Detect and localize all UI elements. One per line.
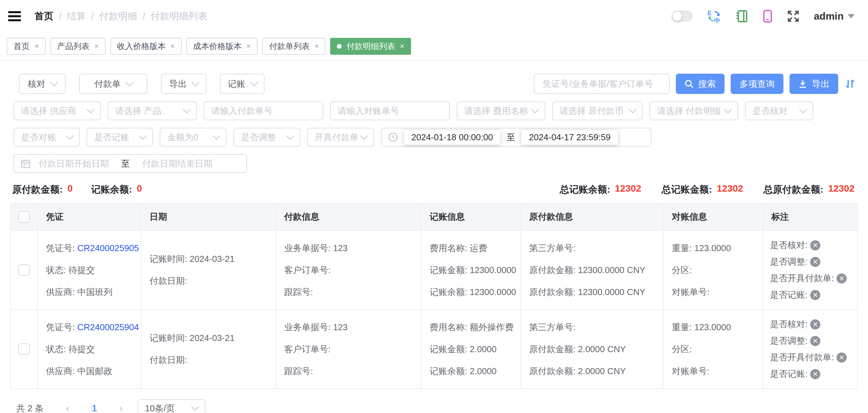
is-booked-select[interactable]: 是否记账	[87, 128, 153, 147]
fee-name-select[interactable]: 请选择 费用名称	[457, 101, 545, 120]
total-count: 共 2 条	[16, 403, 44, 413]
breadcrumb-payment-detail[interactable]: 付款明细	[99, 10, 137, 23]
user-menu[interactable]: admin	[814, 10, 854, 22]
close-icon[interactable]: ×	[400, 43, 404, 50]
tab-payment-detail-list[interactable]: 付款明细列表×	[330, 38, 411, 55]
table-row: 凭证号: CR2400025905 状态: 待提交 供应商: 中国班列 记账时间…	[11, 231, 857, 310]
chevron-down-icon	[213, 132, 221, 140]
svg-text:E: E	[707, 10, 711, 17]
action-buttons: 核对 付款单 导出 记账	[19, 74, 265, 94]
prev-page-button[interactable]: ‹	[66, 403, 69, 413]
tab-cost-price-version[interactable]: 成本价格版本×	[186, 38, 258, 55]
col-reconciliation-info: 对账信息	[664, 203, 763, 230]
datetime-range-picker[interactable]: 2024-01-18 00:00:00 至 2024-04-17 23:59:5…	[381, 128, 652, 147]
check-dropdown-button[interactable]: 核对	[19, 74, 66, 94]
product-select[interactable]: 请选择 产品	[108, 101, 197, 120]
payment-order-no-input[interactable]: 请输入付款单号	[204, 101, 323, 120]
payment-date-range-picker[interactable]: 付款日期开始日期 至 付款日期结束日期	[14, 154, 247, 173]
chevron-down-icon	[126, 79, 134, 87]
supplier-select[interactable]: 请选择 供应商	[14, 101, 101, 120]
payment-detail-select[interactable]: 请选择 付款明细	[649, 101, 738, 120]
remark-cell: 是否核对:✕ 是否调整:✕ 是否开具付款单:✕ 是否记账:✕	[763, 310, 857, 388]
payment-info-cell: 业务单据号: 123 客户订单号: 跟踪号:	[276, 231, 421, 309]
summary-bar: 原付款金额:0 记账余额:0 总记账余额:12302 总记账金额:12302 总…	[12, 183, 854, 196]
chevron-down-icon	[360, 132, 368, 140]
circle-x-icon: ✕	[837, 273, 847, 284]
original-payment-cell: 第三方单号: 原付款金额: 2.0000 CNY 原付款余额: 2.0000 C…	[521, 310, 664, 388]
menu-icon[interactable]	[8, 11, 21, 21]
phone-icon[interactable]	[762, 9, 773, 23]
close-icon[interactable]: ×	[247, 43, 251, 50]
voucher-cell: 凭证号: CR2400025904 状态: 待提交 供应商: 中国邮政	[38, 310, 141, 388]
datetime-end-value[interactable]: 2024-04-17 23:59:59	[521, 130, 618, 145]
datetime-start-value[interactable]: 2024-01-18 00:00:00	[404, 130, 500, 145]
chevron-down-icon	[87, 106, 95, 114]
row-checkbox[interactable]	[18, 343, 30, 355]
row-checkbox[interactable]	[18, 264, 30, 276]
payment-order-dropdown-button[interactable]: 付款单	[79, 74, 147, 94]
chevron-down-icon	[799, 106, 807, 114]
toolbar: 核对 付款单 导出 记账 搜索 多项查询 导出	[19, 74, 856, 94]
tab-payment-order-list[interactable]: 付款单列表×	[262, 38, 325, 55]
supplier: 供应商: 中国班列	[46, 286, 133, 298]
reconciliation-no-input[interactable]: 请输入对账单号	[330, 101, 450, 120]
search-button[interactable]: 搜索	[676, 74, 725, 94]
circle-x-icon: ✕	[810, 240, 820, 250]
search-input[interactable]	[534, 74, 670, 94]
breadcrumb-home[interactable]: 首页	[35, 10, 53, 23]
next-page-button[interactable]: ›	[119, 403, 123, 413]
tab-home[interactable]: 首页×	[7, 38, 46, 55]
tab-income-price-version[interactable]: 收入价格版本×	[110, 38, 182, 55]
current-page[interactable]: 1	[92, 403, 97, 413]
export-button[interactable]: 导出	[790, 74, 838, 94]
voucher-link[interactable]: CR2400025904	[77, 322, 139, 332]
total-booking-balance: 总记账余额:12302	[559, 183, 641, 196]
issue-payment-order-select[interactable]: 开具付款单	[307, 128, 374, 147]
export-dropdown-button[interactable]: 导出	[161, 74, 206, 94]
col-original-payment-info: 原付款信息	[521, 203, 664, 230]
close-icon[interactable]: ×	[314, 43, 319, 50]
booking-dropdown-button[interactable]: 记账	[220, 74, 265, 94]
is-adjusted-select[interactable]: 是否调整	[233, 128, 300, 147]
chevron-down-icon	[191, 403, 199, 411]
tab-strip: 首页× 产品列表× 收入价格版本× 成本价格版本× 付款单列表× 付款明细列表×	[0, 38, 868, 55]
amount-zero-select[interactable]: 金额为0	[160, 128, 227, 147]
page-size-select[interactable]: 10条/页	[138, 399, 205, 413]
chevron-down-icon	[287, 132, 294, 140]
total-booking-amount: 总记账金额:12302	[662, 183, 743, 196]
circle-x-icon: ✕	[810, 336, 820, 346]
active-dot	[337, 44, 342, 49]
is-checked-select[interactable]: 是否核对	[745, 101, 813, 120]
booking-info-cell: 费用名称: 运费 记账金额: 12300.0000 记账余额: 12300.00…	[421, 231, 521, 309]
sort-arrows-icon[interactable]	[844, 78, 856, 90]
col-payment-info: 付款信息	[276, 203, 421, 230]
is-reconciled-select[interactable]: 是否对账	[14, 128, 80, 147]
clock-icon	[388, 132, 398, 142]
range-separator: 至	[506, 131, 515, 143]
close-icon[interactable]: ×	[170, 43, 175, 50]
theme-toggle[interactable]	[672, 11, 693, 22]
divider	[0, 60, 868, 61]
multi-query-button[interactable]: 多项查询	[731, 74, 783, 94]
original-currency-select[interactable]: 请选择 原付款币	[552, 101, 643, 120]
date-cell: 记账时间: 2024-03-21 付款日期:	[141, 231, 276, 309]
col-date: 日期	[141, 203, 276, 230]
summary-value: 12302	[828, 183, 854, 196]
select-all-checkbox[interactable]	[18, 211, 30, 223]
tab-product-list[interactable]: 产品列表×	[50, 38, 106, 55]
fullscreen-icon[interactable]	[787, 10, 800, 23]
breadcrumb-settlement[interactable]: 结算	[67, 10, 86, 23]
chevron-down-icon	[848, 14, 854, 18]
book-icon[interactable]	[735, 9, 748, 23]
chevron-down-icon	[724, 106, 732, 114]
translate-icon[interactable]: E 中	[707, 9, 721, 23]
top-bar: 首页 / 结算 / 付款明细 / 付款明细列表 E 中	[0, 0, 868, 28]
voucher-link[interactable]: CR2400025905	[77, 243, 139, 253]
col-remark: 标注	[763, 203, 857, 230]
calendar-icon	[21, 159, 30, 168]
close-icon[interactable]: ×	[94, 43, 99, 50]
close-icon[interactable]: ×	[35, 43, 39, 50]
original-payment-cell: 第三方单号: 原付款金额: 12300.0000 CNY 原付款余额: 1230…	[521, 231, 664, 309]
total-original-payment-amount: 总原付款金额:12302	[763, 183, 854, 196]
circle-x-icon: ✕	[810, 290, 820, 300]
